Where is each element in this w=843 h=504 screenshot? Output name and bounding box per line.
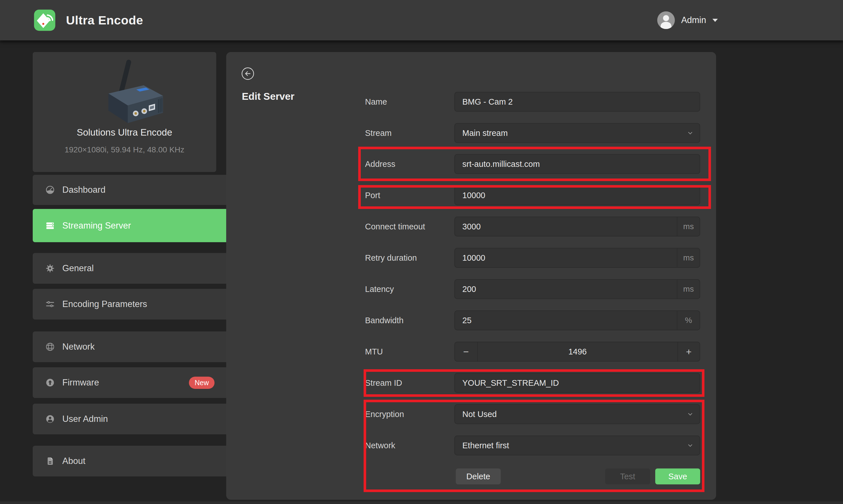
form-row-name: Name [226, 92, 716, 112]
unit-suffix: ms [677, 249, 700, 267]
connect-timeout-input[interactable] [455, 217, 677, 236]
ultra-encode-logo-icon [34, 9, 56, 31]
form-row-mtu: MTU − 1496 + [226, 342, 716, 362]
port-input[interactable] [455, 186, 700, 205]
decrement-button[interactable]: − [455, 342, 478, 361]
field-label: Port [365, 185, 380, 205]
delete-button[interactable]: Delete [456, 468, 501, 484]
document-icon [45, 456, 55, 466]
chevron-down-icon [687, 442, 694, 449]
mtu-value: 1496 [478, 347, 677, 357]
chevron-down-icon [687, 411, 694, 418]
field-label: Latency [365, 279, 394, 299]
stream-id-input[interactable] [455, 374, 700, 392]
upload-circle-icon [45, 378, 55, 388]
user-circle-icon [45, 414, 55, 424]
selected-value: Main stream [455, 128, 687, 138]
increment-button[interactable]: + [677, 342, 700, 361]
selected-value: Ethernet first [455, 441, 687, 450]
server-stack-icon [45, 221, 55, 231]
form-row-stream-id: Stream ID [226, 373, 716, 393]
sidebar-item-encoding-parameters[interactable]: Encoding Parameters [33, 289, 229, 320]
sidebar-item-general[interactable]: General [33, 253, 229, 284]
device-card: Solutions Ultra Encode 1920×1080i, 59.94… [33, 52, 216, 172]
sidebar-item-user-admin[interactable]: User Admin [33, 404, 229, 434]
person-icon [657, 11, 675, 29]
globe-icon [45, 342, 55, 352]
form-row-latency: Latency ms [226, 279, 716, 299]
network-select[interactable]: Ethernet first [454, 435, 700, 455]
device-photo [78, 57, 172, 125]
name-input[interactable] [455, 92, 700, 111]
field-label: Stream [365, 123, 392, 143]
field-label: Network [365, 435, 395, 455]
sidebar-item-firmware[interactable]: Firmware New [33, 367, 229, 398]
sidebar-item-label: Firmware [62, 378, 99, 388]
bandwidth-input[interactable] [455, 311, 677, 330]
field-label: Bandwidth [365, 310, 403, 330]
app-title: Ultra Encode [66, 13, 143, 27]
form-row-stream: Stream Main stream [226, 123, 716, 143]
dashboard-gauge-icon [45, 185, 55, 195]
bandwidth-field: % [454, 310, 700, 330]
chevron-down-icon [687, 129, 694, 137]
test-button[interactable]: Test [605, 468, 650, 484]
form-row-bandwidth: Bandwidth % [226, 310, 716, 330]
sidebar-item-about[interactable]: About [33, 446, 229, 476]
latency-input[interactable] [455, 280, 677, 299]
form-actions: Delete Test Save [226, 468, 716, 484]
user-menu[interactable]: Admin [657, 11, 718, 29]
new-badge: New [189, 377, 214, 389]
unit-suffix: ms [677, 217, 700, 236]
selected-value: Not Used [455, 410, 687, 419]
address-input[interactable] [455, 155, 700, 174]
form-row-retry-duration: Retry duration ms [226, 248, 716, 268]
back-arrow-icon [241, 67, 254, 80]
encryption-select[interactable]: Not Used [454, 404, 700, 424]
stream-select[interactable]: Main stream [454, 123, 700, 143]
sidebar-item-label: Encoding Parameters [62, 299, 147, 309]
field-label: Address [365, 154, 395, 174]
sidebar-item-network[interactable]: Network [33, 331, 229, 362]
sidebar-item-dashboard[interactable]: Dashboard [33, 175, 229, 205]
sidebar-item-label: Network [62, 342, 95, 352]
device-signal-info: 1920×1080i, 59.94 Hz, 48.00 KHz [33, 145, 216, 154]
form-row-network: Network Ethernet first [226, 435, 716, 455]
form-row-encryption: Encryption Not Used [226, 404, 716, 424]
app-header: Ultra Encode Admin [0, 0, 843, 40]
field-label: MTU [365, 342, 383, 362]
mtu-stepper: − 1496 + [454, 342, 700, 362]
device-name: Solutions Ultra Encode [33, 127, 216, 138]
form-row-port: Port [226, 185, 716, 205]
save-button[interactable]: Save [655, 468, 700, 484]
form-row-connect-timeout: Connect timeout ms [226, 217, 716, 236]
retry-duration-field: ms [454, 248, 700, 268]
field-label: Stream ID [365, 373, 402, 393]
sidebar-item-streaming-server[interactable]: Streaming Server [33, 209, 229, 242]
sidebar-item-label: General [62, 263, 93, 273]
sidebar-item-label: User Admin [62, 414, 108, 424]
sidebar-item-label: Streaming Server [62, 221, 131, 231]
sliders-icon [45, 299, 55, 309]
header-divider [0, 40, 843, 43]
sidebar-item-label: About [62, 456, 85, 466]
retry-duration-input[interactable] [455, 249, 677, 267]
edit-server-panel: Edit Server Name Stream Main stream Addr… [226, 52, 716, 500]
port-field [454, 185, 700, 205]
field-label: Encryption [365, 404, 404, 424]
address-field [454, 154, 700, 174]
field-label: Connect timeout [365, 217, 425, 236]
avatar [657, 11, 675, 29]
back-button[interactable] [241, 67, 254, 80]
chevron-down-icon [712, 19, 718, 22]
unit-suffix: % [677, 311, 700, 330]
name-field [454, 92, 700, 112]
field-label: Name [365, 92, 387, 112]
field-label: Retry duration [365, 248, 417, 268]
unit-suffix: ms [677, 280, 700, 299]
sidebar-item-label: Dashboard [62, 185, 106, 195]
form-row-address: Address [226, 154, 716, 174]
stream-id-field [454, 373, 700, 393]
latency-field: ms [454, 279, 700, 299]
user-name: Admin [681, 15, 706, 25]
